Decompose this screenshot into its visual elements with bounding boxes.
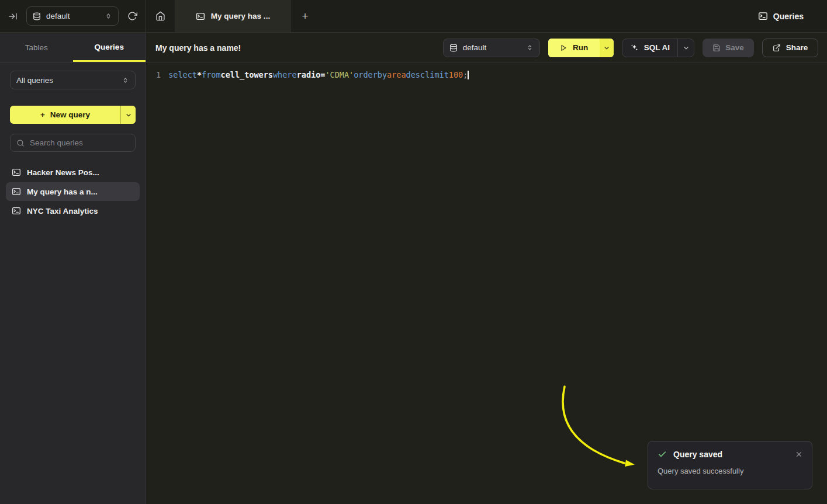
new-query-dropdown[interactable]	[120, 106, 136, 124]
tab-label: My query has ...	[211, 12, 270, 20]
sql-token: *	[197, 69, 202, 81]
query-item-label: NYC Taxi Analytics	[27, 207, 98, 215]
editor-header: My query has a name! default Run	[147, 33, 827, 62]
sql-ai-dropdown[interactable]	[677, 39, 694, 57]
terminal-icon	[196, 12, 205, 21]
toast-header: Query saved	[658, 450, 802, 459]
query-list: Hacker News Pos... My query has a n... N…	[6, 163, 140, 220]
editor-database-value: default	[463, 43, 521, 52]
query-item-label: My query has a n...	[27, 187, 98, 196]
check-icon	[658, 450, 667, 459]
chevron-updown-icon	[105, 12, 112, 20]
share-icon	[773, 44, 781, 52]
share-button[interactable]: Share	[762, 39, 818, 57]
top-bar: default My query has ... +	[0, 0, 827, 33]
query-list-item-nyc-taxi[interactable]: NYC Taxi Analytics	[6, 201, 140, 220]
share-button-label: Share	[786, 43, 808, 52]
topbar-database-value: default	[46, 12, 99, 20]
refresh-button[interactable]	[127, 11, 137, 21]
query-list-item-hacker-news[interactable]: Hacker News Pos...	[6, 163, 140, 182]
top-bar-left: default	[0, 0, 146, 32]
tab-strip: My query has ... +	[146, 0, 758, 32]
toast-close-button[interactable]	[795, 451, 802, 458]
sidebar-content: All queries + New query	[0, 62, 146, 220]
sidebar: Tables Queries All queries + New query	[0, 33, 146, 504]
toast-message: Query saved successfully	[658, 467, 802, 475]
run-options-dropdown[interactable]	[600, 39, 614, 57]
code-line-1[interactable]: 1select * from cell_towers where radio =…	[147, 69, 827, 81]
home-icon	[155, 11, 165, 21]
sidebar-tab-queries[interactable]: Queries	[73, 33, 146, 62]
search-queries-box	[10, 134, 136, 152]
save-button[interactable]: Save	[703, 39, 754, 57]
sql-token: from	[202, 69, 221, 81]
sql-token: select	[168, 69, 197, 81]
search-queries-input[interactable]	[30, 138, 129, 147]
run-button-label: Run	[573, 43, 588, 52]
sidebar-tabs: Tables Queries	[0, 33, 146, 62]
query-filter-select[interactable]: All queries	[10, 71, 136, 89]
new-query-label: New query	[50, 110, 90, 119]
search-icon	[16, 139, 25, 147]
sql-token: 'CDMA'	[325, 69, 354, 81]
chevron-down-icon	[683, 44, 690, 51]
sql-token: where	[273, 69, 297, 81]
terminal-icon	[758, 11, 768, 21]
sql-token: ;	[463, 69, 468, 81]
home-button[interactable]	[146, 0, 175, 32]
toast-title: Query saved	[673, 450, 722, 459]
terminal-icon	[12, 206, 21, 215]
chevron-updown-icon	[122, 77, 129, 84]
sql-token: area	[387, 69, 406, 81]
chevron-updown-icon	[526, 44, 534, 51]
collapse-sidebar-button[interactable]	[8, 12, 18, 21]
sql-token: order	[354, 69, 378, 81]
query-item-label: Hacker News Pos...	[27, 168, 99, 177]
query-list-item-my-query[interactable]: My query has a n...	[6, 182, 140, 201]
page-title: My query has a name!	[155, 43, 241, 53]
save-icon	[712, 44, 721, 52]
sql-token: limit	[425, 69, 449, 81]
refresh-icon	[127, 11, 137, 21]
play-icon	[559, 44, 568, 52]
sql-token: desc	[406, 69, 425, 81]
run-button-main[interactable]: Run	[548, 39, 600, 57]
new-query-button[interactable]: + New query	[10, 106, 136, 124]
sql-editor[interactable]: 1select * from cell_towers where radio =…	[147, 62, 827, 88]
tab-tables-label: Tables	[25, 43, 48, 52]
editor-toolbar: default Run	[443, 39, 818, 57]
queries-indicator: Queries	[758, 0, 827, 32]
sql-token: =	[320, 69, 325, 81]
toast-query-saved: Query saved Query saved successfully	[648, 441, 812, 489]
tab-my-query[interactable]: My query has ...	[175, 0, 291, 32]
run-button[interactable]: Run	[548, 39, 614, 57]
sql-ai-main[interactable]: SQL AI	[622, 39, 677, 57]
terminal-icon	[12, 168, 21, 177]
sql-token: by	[378, 69, 387, 81]
chevron-down-icon	[603, 44, 610, 51]
text-cursor	[468, 71, 469, 79]
plus-icon: +	[40, 110, 45, 119]
collapse-sidebar-icon	[8, 12, 18, 21]
database-icon	[449, 44, 458, 52]
tab-queries-label: Queries	[95, 43, 124, 51]
close-icon	[795, 451, 802, 458]
sidebar-tab-tables[interactable]: Tables	[0, 33, 73, 62]
sql-ai-button[interactable]: SQL AI	[622, 39, 694, 57]
sql-token: cell_towers	[221, 69, 273, 81]
sql-ai-label: SQL AI	[644, 43, 670, 52]
sql-token: 100	[449, 69, 463, 81]
query-filter-value: All queries	[16, 76, 53, 85]
editor-database-selector[interactable]: default	[443, 39, 540, 57]
sql-token: radio	[297, 69, 321, 81]
new-query-main[interactable]: + New query	[10, 106, 120, 124]
queries-indicator-label: Queries	[773, 12, 804, 21]
main-area: My query has a name! default Run	[147, 33, 827, 504]
new-tab-button[interactable]: +	[291, 0, 319, 32]
line-number: 1	[156, 69, 161, 81]
save-button-label: Save	[725, 43, 744, 52]
topbar-database-selector[interactable]: default	[26, 6, 119, 26]
terminal-icon	[12, 187, 21, 196]
plus-icon: +	[302, 10, 308, 23]
chevron-down-icon	[125, 112, 132, 119]
